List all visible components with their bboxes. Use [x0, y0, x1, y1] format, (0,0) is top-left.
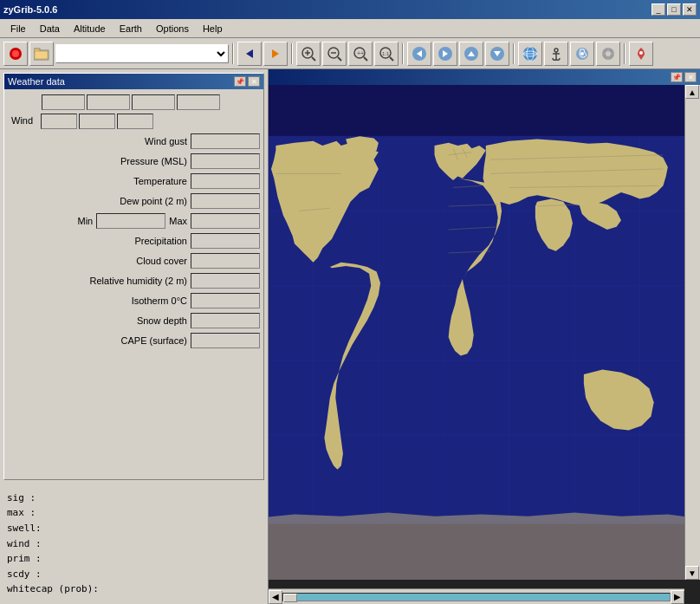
max-field	[191, 213, 260, 229]
map-panel-pin-button[interactable]: 📌	[671, 72, 683, 82]
cape-label: CAPE (surface)	[8, 335, 191, 346]
open-folder-button[interactable]	[29, 42, 54, 66]
wind-inputs	[41, 114, 153, 129]
data-dropdown[interactable]	[55, 44, 229, 63]
pressure-label: Pressure (MSL)	[8, 156, 191, 166]
pressure-row: Pressure (MSL)	[8, 152, 260, 171]
scroll-up-button[interactable]: ▲	[685, 85, 699, 99]
menu-bar: File Data Altitude Earth Options Help	[0, 19, 700, 38]
snow-depth-label: Snow depth	[8, 315, 191, 326]
signal-icon	[600, 46, 616, 62]
cape-row: CAPE (surface)	[8, 331, 260, 350]
pan-down-icon	[489, 46, 505, 62]
pan-left-button[interactable]	[407, 42, 431, 66]
scroll-left-button[interactable]: ◀	[269, 590, 282, 604]
dew-point-field	[191, 193, 260, 209]
scroll-right-button[interactable]: ▶	[671, 590, 684, 604]
scroll-h-track[interactable]	[282, 593, 671, 601]
zoom-100-icon: 1:1	[379, 46, 394, 62]
menu-help[interactable]: Help	[196, 22, 230, 36]
panel-pin-button[interactable]: 📌	[234, 76, 246, 87]
svg-point-44	[639, 51, 643, 55]
cape-field	[191, 333, 260, 348]
svg-point-32	[554, 49, 558, 52]
isotherm-label: Isotherm 0°C	[8, 296, 191, 306]
wind-section: Wind	[8, 112, 260, 131]
pan-left-icon	[412, 46, 427, 62]
pressure-field	[191, 153, 260, 169]
menu-file[interactable]: File	[3, 22, 33, 36]
log-line-5: prim :	[7, 551, 261, 567]
settings-button[interactable]	[570, 42, 594, 66]
log-line-2: max :	[7, 505, 261, 521]
record-button[interactable]	[3, 42, 28, 66]
snow-depth-field	[191, 313, 260, 328]
settings-icon	[574, 46, 590, 62]
cloud-cover-label: Cloud cover	[8, 256, 191, 266]
svg-marker-6	[272, 49, 279, 58]
menu-options[interactable]: Options	[149, 22, 196, 36]
svg-line-16	[364, 57, 367, 61]
isotherm-row: Isotherm 0°C	[8, 291, 260, 310]
zoom-fit-button[interactable]: ++	[348, 42, 373, 66]
top-input-4	[177, 94, 220, 110]
max-label: Max	[165, 216, 191, 226]
svg-text:++: ++	[357, 50, 364, 56]
temperature-field	[191, 173, 260, 189]
app-title: zyGrib-5.0.6	[3, 4, 57, 15]
top-input-3	[132, 94, 175, 110]
pan-right-button[interactable]	[433, 42, 457, 66]
scrollbar-vertical[interactable]: ▲ ▼	[684, 85, 700, 580]
isotherm-field	[191, 293, 260, 308]
relative-humidity-label: Relative humidity (2 m)	[8, 276, 191, 286]
separator-1	[232, 43, 234, 64]
dew-point-row: Dew point (2 m)	[8, 192, 260, 211]
title-controls: _ □ ✕	[651, 3, 697, 16]
scroll-h-thumb[interactable]	[283, 594, 297, 602]
snow-depth-row: Snow depth	[8, 311, 260, 330]
anchor-button[interactable]	[544, 42, 568, 66]
zoom-out-button[interactable]	[322, 42, 347, 66]
min-max-row: Min Max	[8, 211, 260, 231]
min-label: Min	[8, 216, 96, 226]
nav-right-button[interactable]	[263, 42, 288, 66]
log-line-3: swell:	[7, 521, 261, 536]
separator-2	[291, 43, 293, 64]
panel-close-button[interactable]: ✕	[248, 76, 260, 87]
scrollbar-horizontal[interactable]: ◀ ▶	[269, 588, 684, 604]
nav-left-button[interactable]	[237, 42, 262, 66]
pan-right-icon	[438, 46, 453, 62]
temperature-row: Temperature	[8, 172, 260, 191]
separator-4	[513, 43, 515, 64]
globe-button[interactable]	[518, 42, 542, 66]
menu-data[interactable]: Data	[33, 22, 67, 36]
pan-down-button[interactable]	[485, 42, 509, 66]
menu-altitude[interactable]: Altitude	[67, 22, 113, 36]
weather-panel-titlebar: Weather data 📌 ✕	[4, 74, 263, 89]
weather-panel: Weather data 📌 ✕ Wind	[3, 73, 264, 480]
log-line-4: wind :	[7, 536, 261, 552]
scroll-down-button[interactable]: ▼	[685, 566, 699, 580]
wind-input-2	[79, 114, 115, 129]
log-line-7: whitecap (prob):	[7, 581, 261, 597]
close-button[interactable]: ✕	[683, 3, 697, 16]
map-visual[interactable]	[269, 85, 684, 580]
pan-up-button[interactable]	[459, 42, 483, 66]
rocket-button[interactable]	[629, 42, 653, 66]
menu-earth[interactable]: Earth	[113, 22, 149, 36]
svg-line-10	[312, 57, 315, 61]
scroll-v-track[interactable]	[685, 99, 700, 566]
min-field	[96, 213, 165, 229]
svg-text:1:1: 1:1	[382, 51, 390, 56]
wind-input-3	[117, 114, 153, 129]
signal-button[interactable]	[596, 42, 620, 66]
top-input-1	[42, 94, 85, 110]
maximize-button[interactable]: □	[667, 3, 681, 16]
map-panel-close-button[interactable]: ✕	[684, 72, 697, 82]
top-row	[38, 93, 260, 112]
zoom-in-button[interactable]	[296, 42, 321, 66]
zoom-100-button[interactable]: 1:1	[374, 42, 399, 66]
minimize-button[interactable]: _	[651, 3, 665, 16]
relative-humidity-field	[191, 273, 260, 289]
separator-3	[402, 43, 404, 64]
